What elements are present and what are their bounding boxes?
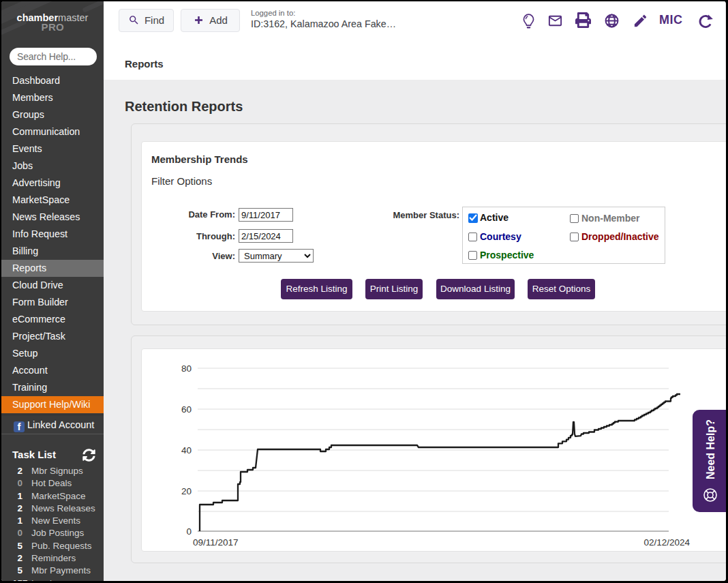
svg-text:20: 20 — [181, 486, 192, 496]
svg-text:02/12/2024: 02/12/2024 — [643, 537, 690, 548]
svg-text:40: 40 — [181, 445, 192, 455]
svg-text:60: 60 — [181, 404, 192, 415]
svg-text:0: 0 — [186, 526, 192, 537]
svg-text:09/11/2017: 09/11/2017 — [193, 537, 239, 548]
svg-text:80: 80 — [181, 363, 192, 374]
